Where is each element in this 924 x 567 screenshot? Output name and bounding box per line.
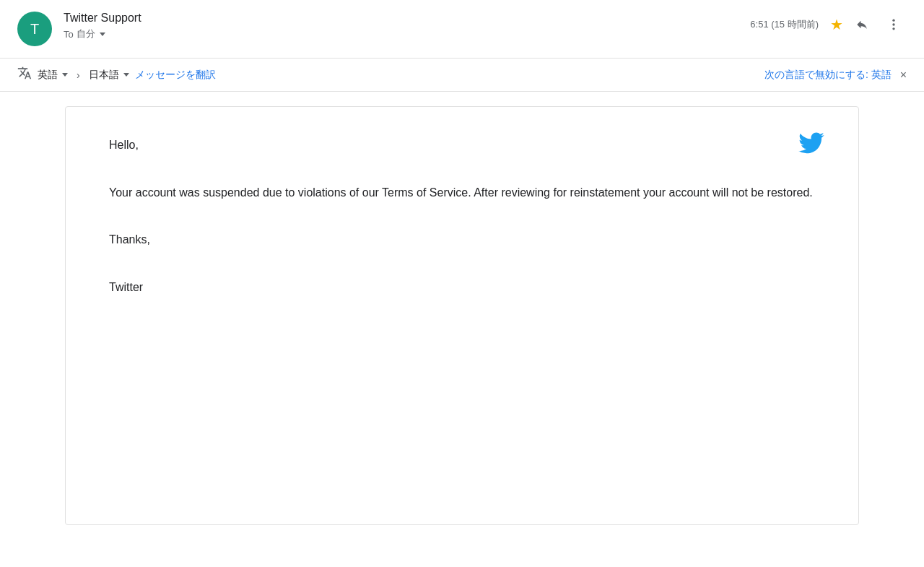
source-lang-chevron-icon bbox=[62, 73, 68, 77]
email-closing-paragraph: Thanks, bbox=[109, 230, 815, 249]
email-body-paragraph: Your account was suspended due to violat… bbox=[109, 183, 815, 202]
translate-message-link[interactable]: メッセージを翻訳 bbox=[135, 69, 216, 82]
sender-name: Twitter Support bbox=[64, 12, 141, 25]
target-language-selector[interactable]: 日本語 bbox=[89, 69, 129, 82]
to-recipient: 自分 bbox=[77, 27, 95, 40]
translate-icon bbox=[17, 66, 32, 84]
header-actions: 6:51 (15 時間前) ★ bbox=[750, 12, 907, 38]
arrow-right-icon: › bbox=[77, 69, 80, 81]
email-greeting-paragraph: Hello, bbox=[109, 136, 815, 155]
email-signature-paragraph: Twitter bbox=[109, 278, 815, 297]
source-language-label: 英語 bbox=[38, 69, 58, 82]
email-greeting: Hello, bbox=[109, 139, 139, 151]
translation-left: 英語 › 日本語 メッセージを翻訳 bbox=[17, 66, 216, 84]
svg-point-2 bbox=[892, 27, 894, 30]
avatar: T bbox=[17, 12, 52, 46]
svg-point-1 bbox=[892, 23, 894, 25]
twitter-logo bbox=[793, 129, 829, 160]
translation-right: 次の言語で無効にする: 英語 × bbox=[764, 69, 907, 82]
email-content: Hello, Your account was suspended due to… bbox=[65, 106, 859, 525]
reply-icon bbox=[855, 18, 868, 31]
email-signature: Twitter bbox=[109, 281, 143, 293]
disable-translation-link[interactable]: 次の言語で無効にする: 英語 bbox=[764, 69, 892, 82]
target-language-label: 日本語 bbox=[89, 69, 119, 82]
email-header: T Twitter Support To 自分 6:51 (15 時間前) ★ bbox=[0, 0, 924, 59]
target-lang-chevron-icon bbox=[123, 73, 129, 77]
source-language-selector[interactable]: 英語 bbox=[38, 69, 68, 82]
more-icon bbox=[886, 17, 901, 32]
translation-bar: 英語 › 日本語 メッセージを翻訳 次の言語で無効にする: 英語 × bbox=[0, 59, 924, 92]
star-icon[interactable]: ★ bbox=[830, 16, 843, 33]
email-body-text: Your account was suspended due to violat… bbox=[109, 186, 813, 199]
sender-to[interactable]: To 自分 bbox=[64, 27, 141, 40]
to-label: To bbox=[64, 29, 74, 40]
twitter-bird-icon bbox=[793, 129, 829, 157]
close-translation-icon[interactable]: × bbox=[900, 69, 907, 82]
more-options-button[interactable] bbox=[881, 12, 907, 38]
svg-point-0 bbox=[892, 20, 894, 22]
email-body-wrapper: Hello, Your account was suspended due to… bbox=[0, 92, 924, 540]
email-timestamp: 6:51 (15 時間前) bbox=[750, 18, 819, 31]
chevron-down-icon[interactable] bbox=[100, 33, 105, 36]
email-closing: Thanks, bbox=[109, 233, 150, 246]
sender-section: T Twitter Support To 自分 bbox=[17, 12, 141, 46]
sender-info: Twitter Support To 自分 bbox=[64, 12, 141, 40]
reply-button[interactable] bbox=[849, 12, 875, 38]
